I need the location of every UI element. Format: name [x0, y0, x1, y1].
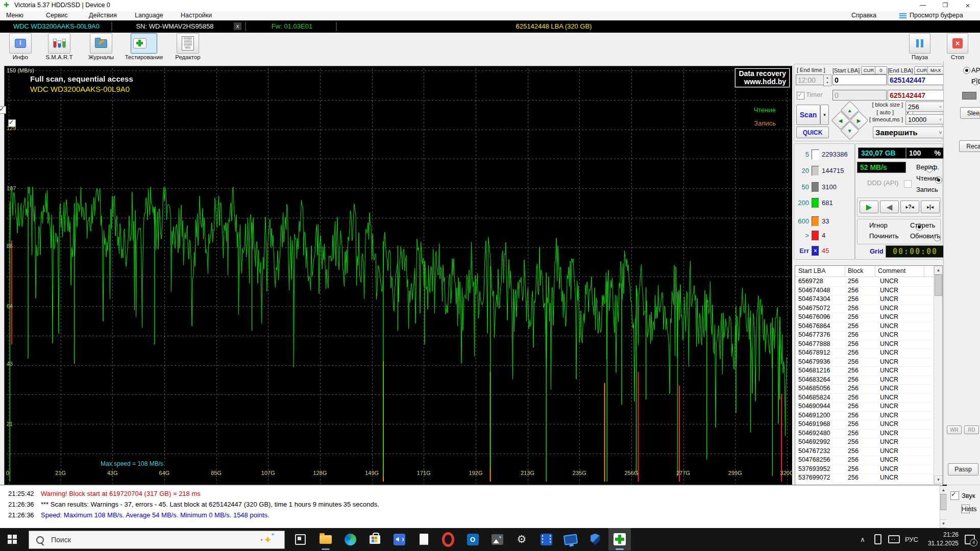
col-comment[interactable]: Comment [878, 267, 905, 274]
info-button[interactable]: i Инфо [0, 33, 41, 60]
table-row[interactable]: 504691968256UNCR [795, 420, 932, 430]
device-serial-tab[interactable]: SN: WD-WMAV2HS95858 [117, 20, 232, 33]
table-row[interactable]: 537693952256UNCR [795, 465, 932, 474]
scan-button[interactable]: Scan [796, 105, 820, 125]
close-button[interactable]: × [957, 0, 979, 11]
menu-item-actions[interactable]: Действия [89, 12, 117, 19]
table-row[interactable]: 6569728256UNCR [795, 277, 932, 287]
search-box[interactable]: Поиск ✦✦✦ [29, 531, 285, 549]
table-row[interactable]: 504685824256UNCR [795, 393, 932, 403]
table-row[interactable]: 504675072256UNCR [795, 304, 932, 314]
log-row[interactable]: 21:26:36*** Scan results: Warnings - 37,… [0, 500, 940, 511]
block-color-swatch[interactable]: × [812, 246, 819, 256]
table-row[interactable]: 537699072256UNCR [795, 473, 932, 483]
taskbar-outlook[interactable]: O [461, 528, 484, 550]
col-start-lba[interactable]: Start LBA [798, 267, 826, 274]
tray-clock[interactable]: 21:26 31.12.2025 [922, 531, 959, 549]
wr-button[interactable]: WR [947, 425, 962, 434]
pause-button[interactable]: Пауза [904, 33, 935, 60]
table-row[interactable]: 504690944256UNCR [795, 402, 932, 412]
block-color-swatch[interactable] [812, 149, 819, 160]
end-lba-input[interactable]: 625142447 [888, 74, 944, 85]
taskbar-victoria-active[interactable] [608, 528, 631, 550]
block-size-select[interactable]: 256˅ [905, 102, 944, 112]
scroll-down-icon[interactable]: ▼ [940, 519, 947, 528]
table-row[interactable]: 504768256256UNCR [795, 456, 932, 465]
end-time-spinner[interactable]: ▲▼ [823, 74, 831, 86]
start-zero-button[interactable]: 0 [875, 66, 887, 74]
taskbar-file-explorer[interactable] [314, 528, 337, 550]
ddd-checkbox[interactable] [904, 180, 912, 188]
editor-button[interactable]: 010110 110011 101000 0001 Редактор [167, 33, 208, 60]
taskbar-volume-app[interactable] [388, 528, 410, 550]
start-cur-button[interactable]: CUR [861, 66, 876, 74]
col-block[interactable]: Block [848, 267, 864, 274]
menu-item-menu[interactable]: Меню [6, 12, 23, 19]
start-lba-input[interactable]: 0 [832, 74, 887, 85]
block-color-swatch[interactable] [812, 231, 819, 241]
table-row[interactable]: 504679936256UNCR [795, 358, 932, 367]
table-row[interactable]: 504674304256UNCR [795, 295, 932, 305]
block-color-swatch[interactable] [812, 182, 819, 192]
taskbar-photos[interactable] [486, 528, 508, 550]
taskbar-store[interactable] [363, 528, 386, 550]
table-row[interactable]: 504685056256UNCR [795, 384, 932, 394]
start-lba-secondary[interactable]: 0 [832, 90, 887, 101]
back-button[interactable]: ◀ [880, 201, 899, 213]
recall-button[interactable]: Recall [959, 140, 980, 152]
step-button[interactable]: ▸|◂ [921, 201, 940, 213]
table-row[interactable]: 504683264256UNCR [795, 375, 932, 385]
rd-button[interactable]: RD [964, 425, 979, 434]
table-scrollbar[interactable]: ▲ ▼ [934, 266, 942, 484]
scroll-up-icon[interactable]: ▲ [940, 486, 947, 494]
task-view-button[interactable] [289, 528, 311, 550]
timeout-select[interactable]: 10000˅ [905, 114, 944, 124]
tab-close-button[interactable]: x [234, 22, 241, 30]
table-row[interactable]: 504692480256UNCR [795, 429, 932, 439]
tray-phone-icon[interactable] [871, 528, 885, 550]
menu-item-settings[interactable]: Настройки [181, 12, 212, 19]
table-row[interactable]: 504677888256UNCR [795, 340, 932, 349]
sound-checkbox[interactable] [950, 491, 959, 500]
table-row[interactable]: 504691200256UNCR [795, 411, 932, 421]
table-row[interactable]: 504674048256UNCR [795, 286, 932, 296]
table-row[interactable]: 504681216256UNCR [795, 366, 932, 376]
taskbar-edge[interactable] [339, 528, 361, 550]
taskbar-notepad[interactable] [412, 528, 435, 550]
seek-test-button[interactable]: ▸?◂ [900, 201, 919, 213]
menu-item-buffer-view[interactable]: Просмотр буфера [910, 12, 963, 19]
taskbar-movies[interactable] [535, 528, 557, 550]
finish-action-select[interactable]: Завершить˅ [873, 127, 944, 138]
table-row[interactable]: 504676864256UNCR [795, 322, 932, 332]
log-row[interactable]: 21:26:36Speed: Maximum 108 MB/s. Average… [0, 511, 940, 522]
taskbar-settings[interactable]: ⚙ [510, 528, 533, 550]
block-color-swatch[interactable] [812, 166, 819, 176]
timer-checkbox[interactable] [797, 92, 804, 99]
device-model-tab[interactable]: WDC WD3200AAKS-00L9A0 [4, 20, 109, 33]
table-row[interactable]: 504677376256UNCR [795, 331, 932, 340]
block-color-swatch[interactable] [812, 198, 819, 208]
table-row[interactable]: 504767232256UNCR [795, 447, 932, 457]
api-radio[interactable] [963, 67, 970, 74]
read-checkbox[interactable] [0, 106, 6, 114]
menu-item-service[interactable]: Сервис [46, 12, 68, 19]
taskbar-opera[interactable] [437, 528, 459, 550]
smart-button[interactable]: S.M.A.R.T [39, 33, 80, 60]
tray-chevron-up[interactable]: ∧ [855, 528, 870, 550]
end-max-button[interactable]: MAX [927, 66, 944, 74]
scroll-down-icon[interactable]: ▼ [934, 475, 943, 484]
scroll-up-icon[interactable]: ▲ [934, 266, 943, 274]
testing-button[interactable]: Тестирование [124, 33, 164, 60]
sleep-button[interactable]: Sleep [960, 107, 980, 119]
end-lba-secondary[interactable]: 625142447 [888, 90, 944, 101]
block-color-swatch[interactable] [812, 216, 819, 227]
taskbar-shield-security[interactable] [584, 528, 606, 550]
table-row[interactable]: 504676096256UNCR [795, 313, 932, 322]
log-scrollbar[interactable]: ▲ ▼ [940, 486, 947, 528]
start-button[interactable] [1, 528, 23, 550]
taskbar-display-app[interactable] [559, 528, 582, 550]
menu-item-help[interactable]: Справка [851, 12, 876, 19]
maximize-button[interactable]: ❐ [934, 0, 957, 11]
end-time-field[interactable]: 12:00 [796, 74, 826, 85]
journals-button[interactable]: Журналы [81, 33, 121, 60]
